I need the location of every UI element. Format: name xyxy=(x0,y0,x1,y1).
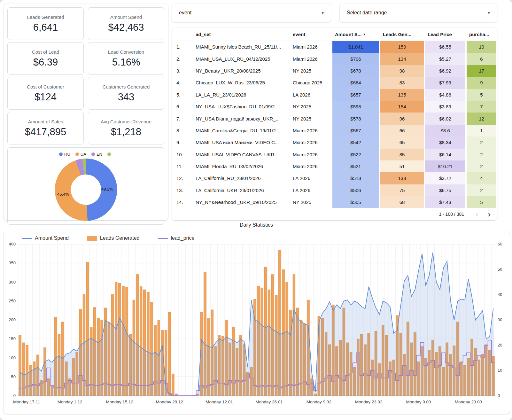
chart-legend-item-lead-price[interactable]: lead_price xyxy=(158,235,195,241)
kpi-value: $1,218 xyxy=(111,126,141,138)
svg-text:100: 100 xyxy=(9,355,16,360)
table-row[interactable]: 6.NY_USA_LUX$Fashion_RU_01/09/2...NY 202… xyxy=(172,101,497,113)
kpi-value: 6,641 xyxy=(33,22,58,33)
daily-chart-legend: Amount SpendLeads Generatedlead_price xyxy=(4,231,510,241)
page-range-label: 1 - 100 / 381 xyxy=(439,212,464,217)
cell-lead-price: $6.75 xyxy=(424,184,466,196)
cell-ad-set: LA_California_UKR_23/01/2026 xyxy=(192,184,290,196)
cell-event: Miami 2026 xyxy=(290,136,332,148)
daily-statistics-chart[interactable]: 0501001502002503003504000102030405060Mon… xyxy=(4,242,509,407)
col-header-index xyxy=(172,28,192,41)
table-body: 1.MIAMI_Sunny Isles Beach_RU_25/11/...Mi… xyxy=(172,41,497,208)
table-row[interactable]: 5.LA_LA_RU_23/01/2026LA 2026$657135$4.86… xyxy=(172,89,497,101)
cell-event: NY 2025 xyxy=(290,65,332,77)
kpi-label: Leads Generated xyxy=(27,14,64,20)
kpi-value: $124 xyxy=(35,91,57,103)
col-header-leads-generated[interactable]: Leads Gen... xyxy=(380,28,424,41)
table-row[interactable]: 10.MIAMI_USAI_VIDEO CANVAS_UKR_...Miami … xyxy=(172,149,497,160)
kpi-card-avg-customer-revenue: Avg Customer Revenue $1,218 xyxy=(88,112,164,144)
cell-leads-generated: 68 xyxy=(380,196,424,208)
cell-purchases: 2 xyxy=(466,184,497,196)
cell-leads-generated: 85 xyxy=(380,149,424,160)
donut-legend-item-RU[interactable]: RU xyxy=(59,152,70,157)
table-row[interactable]: 8.MIAMI_Carolina&Gergia_RU_19/01/2...Mia… xyxy=(172,125,497,136)
cell-ad-set: NY_USA Diana_подай заявку_UKR_... xyxy=(192,113,290,124)
cell-amount-spend: $505 xyxy=(332,196,380,208)
svg-text:Monday 29.12: Monday 29.12 xyxy=(156,400,183,404)
daily-statistics-panel: Amount SpendLeads Generatedlead_price 05… xyxy=(4,231,510,414)
cell-amount-spend: $506 xyxy=(332,184,380,196)
col-header-ad-set[interactable]: ad_set xyxy=(192,28,290,41)
donut-legend-item-UA[interactable]: UA xyxy=(75,152,86,157)
chart-title: Daily Statistics xyxy=(0,222,512,228)
cell-index: 4. xyxy=(172,77,192,89)
cell-lead-price: $5.27 xyxy=(424,53,466,65)
kpi-panel: Leads Generated 6,641 Amount Spend $42,4… xyxy=(4,4,168,220)
prev-page-button[interactable]: ‹ xyxy=(476,210,478,218)
table-row[interactable]: 9.MIAMI_USA искл Майами_VIDEO C...Miami … xyxy=(172,136,497,148)
svg-text:Monday 9.03: Monday 9.03 xyxy=(406,400,431,404)
legend-dot-icon xyxy=(107,152,111,156)
table-row[interactable]: 13.LA_California_UKR_23/01/2026LA 2026$5… xyxy=(172,184,497,196)
table-row[interactable]: 12.LA_California_RU_23/01/2026LA 2026$51… xyxy=(172,172,497,184)
cell-ad-set: MIAMI_USA_LUX_RU_04/12/2025 xyxy=(192,53,290,65)
table-row[interactable]: 4.Chicago_LUX_W_Rus_23/06/25Chicago 2025… xyxy=(172,77,497,89)
next-page-button[interactable]: › xyxy=(488,210,491,219)
chart-legend-item-leads-generated[interactable]: Leads Generated xyxy=(87,235,140,241)
cell-leads-generated: 138 xyxy=(380,172,424,184)
cell-leads-generated: 154 xyxy=(380,101,424,113)
cell-purchases: 5 xyxy=(466,89,497,101)
cell-event: NY 2025 xyxy=(290,196,332,208)
date-range-dropdown[interactable]: Select date range ▾ xyxy=(340,4,497,22)
cell-index: 10. xyxy=(172,149,192,160)
table-row[interactable]: 2.MIAMI_USA_LUX_RU_04/12/2025Miami 2026$… xyxy=(172,53,497,65)
cell-ad-set: MIAMI_Florida_RU_03/02/2026 xyxy=(192,160,290,172)
donut-wrap: 49.2% 45.4% xyxy=(55,159,117,221)
cell-leads-generated: 159 xyxy=(380,41,424,53)
col-header-lead-price[interactable]: Lead Price xyxy=(424,28,466,41)
cell-lead-price: $8.6 xyxy=(424,125,466,136)
kpi-label: Avg Customer Revenue xyxy=(101,119,151,124)
cell-lead-price: $6.02 xyxy=(424,113,466,124)
table-row[interactable]: 3.NY_Beauty _UKR_20/08/2025NY 2025$67898… xyxy=(172,65,497,77)
event-filter-dropdown[interactable]: event ▾ xyxy=(172,4,331,22)
col-header-purchases[interactable]: purcha... xyxy=(466,28,497,41)
legend-swatch-icon xyxy=(158,238,168,239)
cell-index: 1. xyxy=(172,41,192,53)
event-filter-label: event xyxy=(179,10,191,16)
table-header-row: ad_set event Amount S...▾ Leads Gen... L… xyxy=(172,28,497,41)
table-row[interactable]: 14.NY_NY&Nearhood _UKR_09/10/2025NY 2025… xyxy=(172,196,497,208)
cell-amount-spend: $706 xyxy=(332,53,380,65)
chart-legend-item-amount-spend[interactable]: Amount Spend xyxy=(22,235,69,241)
donut-legend-item-green[interactable] xyxy=(107,152,112,157)
svg-text:350: 350 xyxy=(9,261,16,265)
col-header-event[interactable]: event xyxy=(290,28,332,41)
cell-lead-price: $7.99 xyxy=(424,77,466,89)
svg-text:30: 30 xyxy=(498,317,502,322)
table-row[interactable]: 11.MIAMI_Florida_RU_03/02/2026Miami 2026… xyxy=(172,160,497,172)
col-header-amount-spend[interactable]: Amount S...▾ xyxy=(332,28,380,41)
cell-purchases: 10 xyxy=(466,41,497,53)
cell-ad-set: MIAMI_Sunny Isles Beach_RU_25/11/... xyxy=(192,41,290,53)
cell-index: 2. xyxy=(172,53,192,65)
kpi-value: 343 xyxy=(118,91,135,103)
cell-lead-price: $8.34 xyxy=(424,136,466,148)
kpi-value: $417,895 xyxy=(25,126,66,138)
date-range-label: Select date range xyxy=(347,10,387,16)
svg-text:10: 10 xyxy=(498,368,502,373)
cell-index: 5. xyxy=(172,89,192,101)
cell-purchases: 1 xyxy=(466,125,497,136)
table-row[interactable]: 7.NY_USA Diana_подай заявку_UKR_...NY 20… xyxy=(172,113,497,124)
cell-leads-generated: 66 xyxy=(380,125,424,136)
legend-swatch-icon xyxy=(22,238,32,239)
donut-legend-item-EN[interactable]: EN xyxy=(91,152,102,157)
adset-table-panel: ad_set event Amount S...▾ Leads Gen... L… xyxy=(172,28,497,220)
donut-slice-label-ru: 49.2% xyxy=(101,187,113,191)
cell-event: Miami 2026 xyxy=(290,160,332,172)
cell-ad-set: Chicago_LUX_W_Rus_23/06/25 xyxy=(192,77,290,89)
cell-purchases: 4 xyxy=(466,172,497,184)
cell-purchases: 6 xyxy=(466,53,497,65)
cell-leads-generated: 51 xyxy=(380,160,424,172)
table-row[interactable]: 1.MIAMI_Sunny Isles Beach_RU_25/11/...Mi… xyxy=(172,41,497,53)
cell-amount-spend: $657 xyxy=(332,89,380,101)
